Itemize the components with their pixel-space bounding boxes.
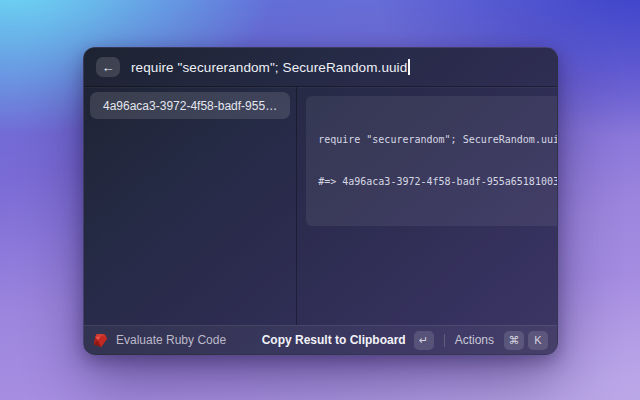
action-bar: Evaluate Ruby Code Copy Result to Clipbo…: [84, 325, 557, 354]
code-result-panel: require "securerandom"; SecureRandom.uui…: [306, 96, 558, 226]
search-input[interactable]: require "securerandom"; SecureRandom.uui…: [131, 59, 410, 75]
copy-result-button[interactable]: Copy Result to Clipboard: [262, 333, 406, 347]
search-bar: ← require "securerandom"; SecureRandom.u…: [84, 48, 557, 87]
search-input-value: require "securerandom"; SecureRandom.uui…: [131, 60, 407, 75]
footer-divider: [444, 334, 445, 347]
desktop-background: ← require "securerandom"; SecureRandom.u…: [0, 0, 640, 400]
k-keycap[interactable]: K: [528, 331, 548, 350]
content-area: 4a96aca3-3972-4f58-badf-955… require "se…: [84, 87, 557, 325]
back-arrow-icon: ←: [102, 61, 115, 74]
return-keycap[interactable]: ↵: [414, 331, 434, 350]
footer-actions: Copy Result to Clipboard ↵ Actions ⌘ K: [262, 331, 548, 350]
extension-name: Evaluate Ruby Code: [116, 333, 226, 347]
k-key-label: K: [534, 334, 541, 346]
results-list: 4a96aca3-3972-4f58-badf-955…: [84, 87, 297, 325]
code-line-result: #=> 4a96aca3-3972-4f58-badf-955a65181003: [318, 175, 558, 189]
text-cursor: [408, 59, 410, 75]
actions-button[interactable]: Actions: [455, 333, 494, 347]
back-button[interactable]: ←: [96, 57, 120, 77]
list-item-uuid-result[interactable]: 4a96aca3-3972-4f58-badf-955…: [90, 92, 290, 119]
return-key-icon: ↵: [419, 334, 428, 347]
extension-chip: Evaluate Ruby Code: [93, 333, 226, 348]
ruby-gem-icon: [93, 333, 108, 348]
code-line-source: require "securerandom"; SecureRandom.uui…: [318, 133, 558, 147]
list-item-label: 4a96aca3-3972-4f58-badf-955…: [103, 99, 277, 113]
command-keycap[interactable]: ⌘: [504, 331, 524, 350]
command-key-icon: ⌘: [509, 334, 520, 347]
launcher-window: ← require "securerandom"; SecureRandom.u…: [83, 47, 558, 355]
detail-pane: require "securerandom"; SecureRandom.uui…: [297, 87, 558, 325]
